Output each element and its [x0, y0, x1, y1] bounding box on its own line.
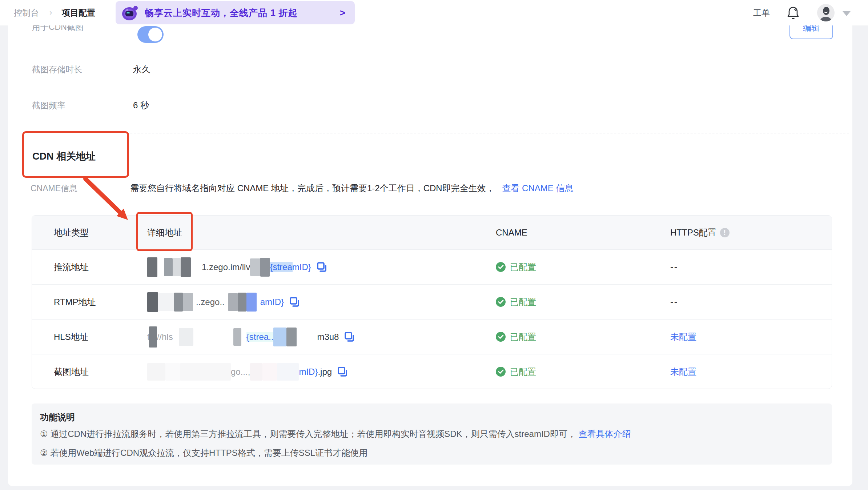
annotation-box-section-title: CDN 相关地址	[22, 131, 129, 178]
https-configure-link[interactable]: 未配置	[670, 366, 696, 378]
account-dropdown-caret-icon[interactable]	[843, 11, 851, 16]
row-type-label: 推流地址	[54, 250, 89, 284]
cname-status-badge: 已配置	[496, 366, 536, 378]
cname-info-label: CNAME信息	[31, 183, 77, 194]
row-type-label: HLS地址	[54, 320, 88, 354]
mascot-icon	[121, 4, 140, 23]
note-item-2: ② 若使用Web端进行CDN观众拉流，仅支持HTTPS格式，需要上传SSL证书才…	[40, 447, 367, 459]
https-status: --	[670, 261, 678, 273]
feature-notes-box: 功能说明 ① 通过CDN进行推拉流服务时，若使用第三方推拉流工具，则需要传入完整…	[32, 403, 832, 465]
breadcrumb-current: 项目配置	[62, 0, 95, 25]
frequency-value: 6 秒	[133, 100, 149, 111]
copy-icon[interactable]	[289, 297, 300, 308]
section-title: CDN 相关地址	[32, 150, 96, 163]
dashed-divider	[21, 133, 849, 133]
cname-status-badge: 已配置	[496, 261, 536, 273]
content-card: 用于CDN截图 编辑 截图存储时长 永久 截图频率 6 秒 CDN 相关地址 C…	[8, 0, 852, 486]
cdn-screenshot-toggle[interactable]	[137, 26, 164, 43]
header-https: HTTPS配置 !	[670, 216, 730, 249]
row-detail-url: go..., mID} .jpg	[147, 354, 348, 389]
row-type-label: RTMP地址	[54, 285, 96, 319]
breadcrumb-separator-icon: ›	[49, 0, 52, 25]
user-avatar[interactable]	[817, 4, 835, 21]
promo-banner[interactable]: 畅享云上实时互动，全线产品 1 折起 >	[116, 1, 355, 24]
notification-bell-icon[interactable]	[787, 6, 800, 20]
check-icon	[496, 332, 506, 342]
copy-icon[interactable]	[316, 262, 327, 273]
storage-duration-value: 永久	[133, 64, 150, 75]
cname-status-badge: 已配置	[496, 331, 536, 343]
ticket-link[interactable]: 工单	[753, 0, 770, 25]
header-address-type: 地址类型	[54, 216, 89, 249]
cname-info-desc: 需要您自行将域名指向对应 CNAME 地址，完成后，预计需要1-2个工作日，CD…	[130, 182, 573, 194]
check-icon	[496, 297, 506, 307]
https-info-icon[interactable]: !	[720, 228, 730, 237]
notes-title: 功能说明	[40, 411, 75, 423]
https-configure-link[interactable]: 未配置	[670, 331, 696, 343]
view-cname-link[interactable]: 查看 CNAME 信息	[502, 183, 573, 193]
table-row: 推流地址 1.zego.im/liv {streamID} 已配置	[32, 249, 832, 284]
header-cname: CNAME	[496, 216, 527, 249]
row-detail-url: 1.zego.im/liv {streamID}	[147, 250, 327, 284]
check-icon	[496, 367, 506, 377]
table-row: 截图地址 go..., mID} .jpg 已配置 未配置	[32, 354, 832, 389]
https-status: --	[670, 296, 678, 308]
check-icon	[496, 262, 506, 272]
copy-icon[interactable]	[344, 332, 355, 342]
storage-duration-label: 截图存储时长	[32, 64, 82, 75]
view-details-link[interactable]: 查看具体介绍	[579, 429, 631, 439]
row-type-label: 截图地址	[54, 354, 89, 389]
promo-arrow-icon: >	[340, 1, 345, 24]
table-row: RTMP地址 ..zego.. amID} 已配置	[32, 284, 832, 319]
toggle-knob	[148, 28, 162, 41]
cname-status-badge: 已配置	[496, 296, 536, 308]
note-item-1: ① 通过CDN进行推拉流服务时，若使用第三方推拉流工具，则需要传入完整地址；若使…	[40, 428, 631, 440]
breadcrumb-root[interactable]: 控制台	[14, 0, 39, 25]
annotation-box-detail-column	[136, 212, 193, 251]
copy-icon[interactable]	[337, 366, 348, 377]
promo-banner-text: 畅享云上实时互动，全线产品 1 折起	[145, 1, 298, 24]
row-detail-url: tp://hls {strea.. m3u8	[147, 320, 355, 354]
row-detail-url: ..zego.. amID}	[147, 285, 300, 319]
table-row: HLS地址 tp://hls {strea.. m3u8	[32, 319, 832, 354]
avatar-person-icon	[817, 4, 835, 21]
frequency-label: 截图频率	[32, 100, 65, 111]
top-header: 控制台 › 项目配置 畅享云上实时互动，全线产品 1 折起 > 工单	[0, 0, 868, 25]
